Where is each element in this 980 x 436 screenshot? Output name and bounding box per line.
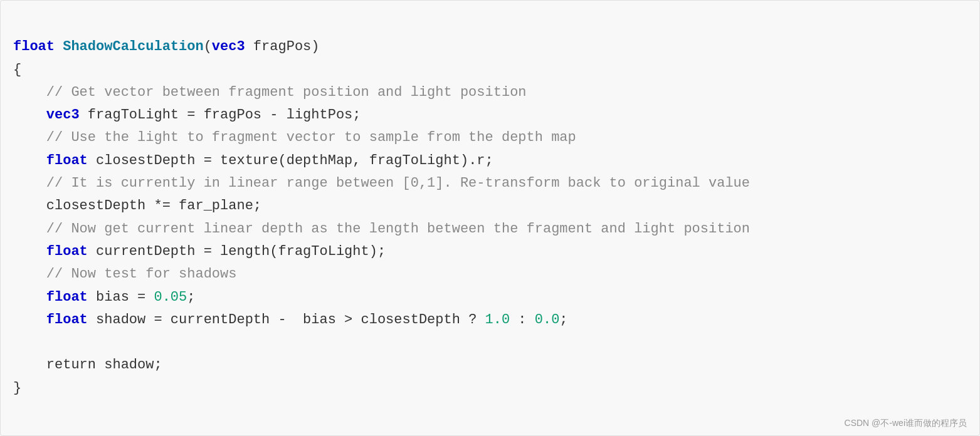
keyword-vec3-2: vec3 bbox=[46, 107, 80, 123]
keyword-float-1: float bbox=[13, 39, 55, 54]
comment-2: // Use the light to fragment vector to s… bbox=[46, 130, 576, 145]
comment-5: // Now test for shadows bbox=[46, 266, 237, 282]
number-2: 0.0 bbox=[535, 312, 560, 328]
comment-1: // Get vector between fragment position … bbox=[46, 85, 527, 100]
keyword-float-3: float bbox=[46, 244, 88, 259]
comment-4: // Now get current linear depth as the l… bbox=[46, 221, 750, 237]
code-block: float ShadowCalculation(vec3 fragPos) { … bbox=[13, 13, 961, 400]
keyword-float-2: float bbox=[46, 153, 88, 169]
code-container: float ShadowCalculation(vec3 fragPos) { … bbox=[0, 0, 980, 436]
comment-3: // It is currently in linear range betwe… bbox=[46, 175, 750, 191]
keyword-float-5: float bbox=[46, 312, 88, 328]
function-name: ShadowCalculation bbox=[63, 39, 203, 54]
number-bias: 0.05 bbox=[154, 289, 187, 305]
number-1: 1.0 bbox=[485, 312, 510, 328]
watermark: CSDN @不-wei谁而做的程序员 bbox=[845, 418, 967, 429]
keyword-vec3-1: vec3 bbox=[212, 39, 245, 54]
keyword-float-4: float bbox=[46, 289, 88, 305]
